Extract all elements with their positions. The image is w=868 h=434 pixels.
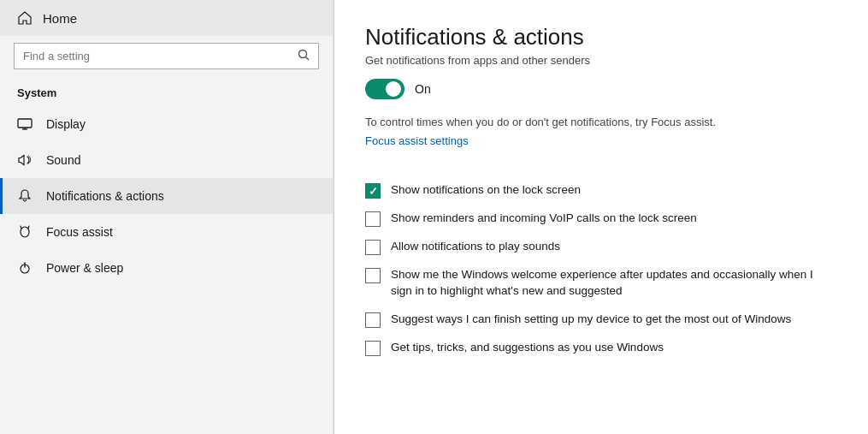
focus-assist-description: To control times when you do or don't ge… — [365, 115, 837, 130]
home-icon — [17, 10, 32, 26]
checkbox-welcome-label: Show me the Windows welcome experience a… — [391, 267, 837, 300]
toggle-label: On — [415, 82, 431, 96]
checkbox-tips-label: Get tips, tricks, and suggestions as you… — [391, 340, 664, 356]
checkbox-voip-label: Show reminders and incoming VoIP calls o… — [391, 211, 697, 227]
sidebar-item-sound[interactable]: Sound — [0, 142, 333, 178]
focus-assist-link[interactable]: Focus assist settings — [365, 134, 469, 147]
sidebar-item-notifications-label: Notifications & actions — [46, 189, 164, 203]
checkbox-lock-screen-label: Show notifications on the lock screen — [391, 182, 581, 199]
sidebar-item-sound-label: Sound — [46, 153, 80, 167]
sidebar-item-focus-assist[interactable]: Focus assist — [0, 214, 333, 250]
sidebar: Home System Display — [0, 0, 334, 434]
svg-rect-2 — [18, 119, 32, 128]
checkbox-row-voip[interactable]: Show reminders and incoming VoIP calls o… — [365, 206, 837, 231]
search-box[interactable] — [14, 43, 319, 69]
checkbox-row-sounds[interactable]: Allow notifications to play sounds — [365, 235, 837, 259]
checkbox-setup-label: Suggest ways I can finish setting up my … — [391, 312, 791, 328]
checkbox-setup[interactable] — [365, 312, 381, 328]
checkbox-row-tips[interactable]: Get tips, tricks, and suggestions as you… — [365, 336, 837, 360]
page-subtitle: Get notifications from apps and other se… — [365, 54, 837, 67]
checkbox-row-lock-screen[interactable]: Show notifications on the lock screen — [365, 178, 837, 203]
home-label: Home — [43, 11, 77, 26]
checkboxes-section: Show notifications on the lock screen Sh… — [365, 178, 837, 360]
svg-line-1 — [306, 57, 310, 61]
checkbox-sounds-label: Allow notifications to play sounds — [391, 239, 560, 255]
main-content: Notifications & actions Get notification… — [334, 0, 868, 434]
notifications-toggle[interactable] — [365, 79, 404, 99]
sidebar-item-display[interactable]: Display — [0, 106, 333, 142]
sidebar-item-power[interactable]: Power & sleep — [0, 250, 333, 286]
sound-icon — [17, 152, 32, 168]
sidebar-item-display-label: Display — [46, 117, 86, 131]
search-icon-button[interactable] — [298, 49, 310, 63]
svg-point-0 — [299, 51, 307, 58]
checkbox-voip[interactable] — [365, 211, 381, 227]
page-title: Notifications & actions — [365, 24, 837, 51]
checkbox-row-welcome[interactable]: Show me the Windows welcome experience a… — [365, 263, 837, 304]
checkbox-tips[interactable] — [365, 341, 381, 356]
sidebar-item-power-label: Power & sleep — [46, 261, 123, 275]
checkbox-welcome[interactable] — [365, 268, 381, 283]
search-input[interactable] — [23, 50, 291, 62]
checkbox-lock-screen[interactable] — [365, 183, 381, 199]
power-icon — [17, 260, 32, 276]
focus-assist-icon — [17, 224, 32, 240]
checkbox-row-setup[interactable]: Suggest ways I can finish setting up my … — [365, 307, 837, 332]
section-title: System — [0, 83, 333, 106]
notifications-icon — [17, 188, 32, 204]
notifications-toggle-row: On — [365, 79, 837, 99]
sidebar-item-notifications[interactable]: Notifications & actions — [0, 178, 333, 214]
display-icon — [17, 116, 32, 132]
checkbox-sounds[interactable] — [365, 240, 381, 255]
sidebar-item-focus-assist-label: Focus assist — [46, 225, 113, 239]
sidebar-home[interactable]: Home — [0, 0, 333, 36]
